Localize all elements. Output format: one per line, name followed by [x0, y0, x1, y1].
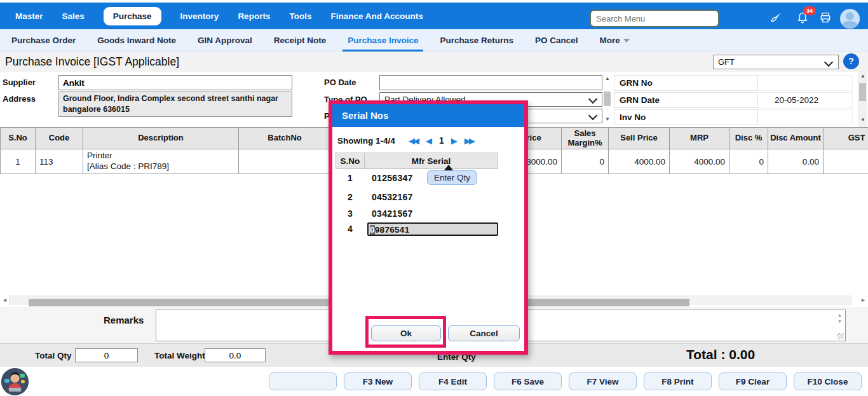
menu-sales[interactable]: Sales	[62, 11, 85, 21]
function-buttons: F3 New F4 Edit F6 Save F7 View F8 Print …	[269, 372, 862, 390]
mini-scrollbar-thumb[interactable]	[604, 92, 611, 106]
cell-code: 113	[36, 149, 83, 174]
description-line1: Printer	[87, 151, 112, 160]
cell-gst	[824, 149, 868, 174]
serial-value[interactable]: 01256347	[372, 173, 413, 183]
f8-print-button[interactable]: F8 Print	[644, 372, 712, 390]
serial-value[interactable]: 04532167	[372, 192, 413, 202]
scroll-down-icon[interactable]: ▼	[860, 118, 865, 123]
menu-finance-accounts[interactable]: Finance And Accounts	[330, 11, 423, 21]
action-buttons-row: F3 New F4 Edit F6 Save F7 View F8 Print …	[0, 367, 868, 396]
menu-purchase-active[interactable]: Purchase	[104, 7, 161, 25]
cancel-button[interactable]: Cancel	[448, 325, 520, 341]
user-avatar[interactable]	[840, 9, 860, 29]
selected-text: 0	[370, 225, 375, 235]
supplier-input[interactable]	[58, 75, 292, 90]
remarks-label: Remarks	[104, 315, 144, 325]
scroll-right-icon[interactable]: ►	[860, 297, 866, 303]
f4-edit-button[interactable]: F4 Edit	[419, 372, 487, 390]
serial-input[interactable]: 09876541	[367, 222, 498, 236]
help-icon[interactable]: ?	[843, 53, 859, 69]
prev-page-icon[interactable]: ◀	[426, 136, 432, 146]
ok-button[interactable]: Ok	[371, 325, 441, 341]
tab-purchase-invoice-active[interactable]: Purchase Invoice	[348, 36, 418, 45]
tab-goods-inward-note[interactable]: Goods Inward Note	[97, 36, 176, 45]
serial-row-index: 3	[336, 208, 365, 219]
address-box[interactable]: Ground Floor, Indira Complex second stre…	[58, 92, 292, 117]
scroll-down-icon[interactable]: ▼	[837, 319, 842, 324]
first-page-icon[interactable]: ◀◀	[409, 136, 417, 146]
f10-close-button[interactable]: F10 Close	[794, 372, 862, 390]
f6-save-button[interactable]: F6 Save	[494, 372, 562, 390]
grn-no-label-cell: GRN No	[614, 75, 757, 91]
cell-sales-margin: 0	[562, 149, 609, 174]
company-select-value: GFT	[718, 57, 735, 67]
serial-row-index: 1	[336, 173, 365, 183]
next-page-icon[interactable]: ▶	[451, 136, 458, 146]
print-icon[interactable]	[818, 11, 832, 24]
resize-handle-icon[interactable]	[837, 333, 844, 339]
serial-nos-modal: Serial Nos Showing 1-4/4 ◀◀ ◀ 1 ▶ ▶▶ S.N…	[329, 100, 528, 355]
last-page-icon[interactable]: ▶▶	[465, 136, 473, 146]
modal-col-mfr-serial: Mfr Serial	[364, 153, 498, 169]
cell-sno: 1	[1, 149, 36, 174]
chevron-down-icon	[588, 95, 597, 104]
menu-master[interactable]: Master	[15, 11, 43, 21]
grn-date-label-cell: GRN Date	[614, 92, 757, 108]
col-sno: S.No	[1, 128, 36, 149]
tab-purchase-order[interactable]: Purchase Order	[11, 36, 76, 45]
description-line2: [Alias Code : PRI789]	[87, 161, 169, 171]
menu-tools[interactable]: Tools	[289, 11, 311, 21]
menu-inventory[interactable]: Inventory	[180, 11, 219, 21]
search-input[interactable]	[590, 10, 719, 27]
scroll-down-icon[interactable]: ▼	[605, 117, 610, 122]
grn-no-value-cell[interactable]	[757, 75, 853, 91]
modal-col-sno: S.No	[336, 153, 365, 169]
inv-no-value-cell[interactable]	[757, 109, 853, 125]
showing-count-text: Showing 1-4/4	[337, 136, 395, 146]
col-gst: GST	[824, 128, 868, 149]
avatar-head-shape	[846, 12, 854, 20]
enter-qty-tooltip: Enter Qty	[427, 170, 477, 185]
col-sales-margin: Sales Margin%	[562, 128, 609, 149]
po-date-label: PO Date	[324, 78, 356, 87]
total-weight-input[interactable]	[205, 348, 266, 362]
total-qty-label: Total Qty	[35, 351, 72, 360]
col-description: Description	[83, 128, 239, 149]
col-sell-price: Sell Price	[609, 128, 670, 149]
cell-disc-amount: 0.00	[768, 149, 824, 174]
total-weight-label: Total Weight	[154, 351, 205, 360]
chevron-down-icon	[623, 39, 630, 43]
tab-gin-approval[interactable]: GIN Approval	[198, 36, 252, 45]
serial-row-index: 2	[336, 192, 365, 202]
scrollbar-thumb[interactable]	[859, 83, 866, 101]
scroll-up-icon[interactable]: ▲	[837, 313, 842, 318]
f7-view-button[interactable]: F7 View	[569, 372, 637, 390]
theme-brush-icon[interactable]	[769, 11, 783, 24]
supplier-label: Supplier	[3, 78, 36, 87]
tab-receipt-note[interactable]: Receipt Note	[274, 36, 327, 45]
f3-new-button[interactable]: F3 New	[344, 372, 412, 390]
scroll-up-icon[interactable]: ▲	[860, 74, 865, 79]
serial-value[interactable]: 03421567	[372, 208, 413, 219]
address-label: Address	[3, 94, 36, 104]
col-code: Code	[36, 128, 83, 149]
scroll-up-icon[interactable]: ▲	[605, 76, 610, 81]
tab-purchase-returns[interactable]: Purchase Returns	[440, 36, 513, 45]
blank-button[interactable]	[269, 372, 337, 390]
cell-sell-price: 4000.00	[609, 149, 670, 174]
total-qty-input[interactable]	[75, 348, 138, 362]
po-date-input[interactable]	[379, 75, 602, 90]
tab-more[interactable]: More	[600, 36, 630, 45]
notification-badge: 34	[803, 6, 816, 15]
tab-po-cancel[interactable]: PO Cancel	[535, 36, 578, 45]
top-navbar: Master Sales Purchase Inventory Reports …	[0, 0, 868, 29]
support-chat-avatar[interactable]	[1, 368, 29, 395]
f9-clear-button[interactable]: F9 Clear	[719, 372, 787, 390]
menu-reports[interactable]: Reports	[238, 11, 270, 21]
inv-no-label-cell: Inv No	[614, 109, 757, 125]
scroll-left-icon[interactable]: ◄	[2, 297, 8, 303]
grn-date-value-cell[interactable]: 20-05-2022	[757, 92, 853, 108]
page-number[interactable]: 1	[439, 135, 444, 146]
company-select[interactable]: GFT	[713, 55, 839, 69]
